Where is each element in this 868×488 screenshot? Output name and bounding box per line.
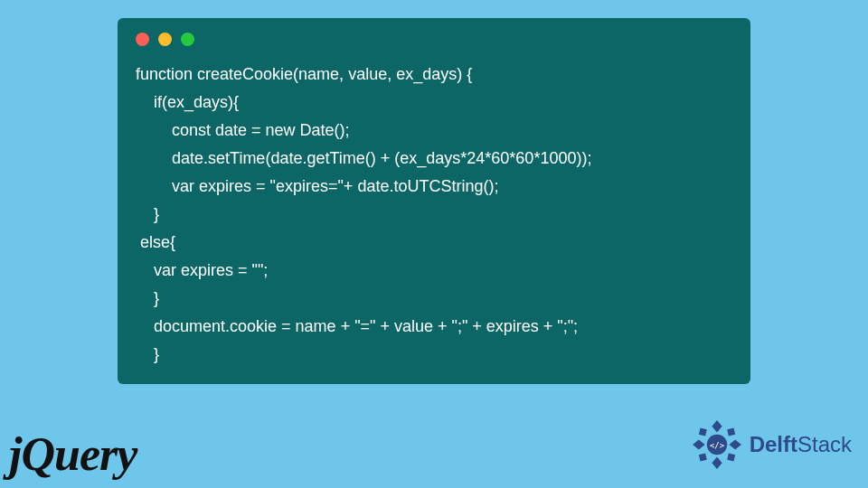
- svg-marker-7: [727, 454, 735, 462]
- window-minimize-dot: [158, 33, 172, 46]
- svg-text:</>: </>: [710, 441, 724, 450]
- delftstack-wordmark: DelftStack: [750, 432, 852, 457]
- svg-marker-4: [698, 428, 706, 436]
- delftstack-suffix: Stack: [797, 432, 852, 456]
- svg-marker-6: [698, 454, 706, 462]
- window-traffic-lights: [136, 33, 732, 46]
- svg-marker-2: [693, 439, 704, 449]
- svg-marker-1: [712, 456, 722, 468]
- svg-marker-0: [712, 420, 722, 432]
- code-block: function createCookie(name, value, ex_da…: [136, 61, 732, 368]
- window-close-dot: [136, 33, 149, 46]
- delftstack-prefix: Delft: [750, 432, 797, 456]
- code-window: function createCookie(name, value, ex_da…: [118, 18, 750, 384]
- svg-marker-5: [727, 428, 735, 436]
- svg-marker-3: [729, 439, 741, 449]
- jquery-logo: jQuery: [9, 427, 137, 481]
- window-maximize-dot: [181, 33, 194, 46]
- delftstack-mark-icon: </>: [692, 419, 742, 470]
- delftstack-logo: </> DelftStack: [692, 419, 852, 470]
